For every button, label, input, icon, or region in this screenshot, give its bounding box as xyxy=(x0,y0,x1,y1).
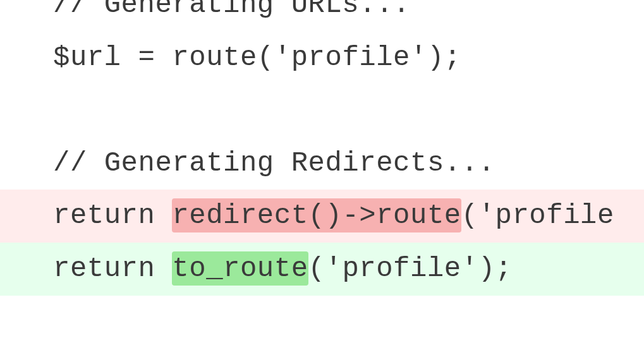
code-text: ( xyxy=(308,253,325,284)
code-text: return xyxy=(53,200,172,231)
code-text: 'profile' xyxy=(325,253,478,284)
code-diff-block: // Generating URLs... $url = route('prof… xyxy=(0,0,644,296)
code-text: ); xyxy=(478,253,513,284)
code-line-comment: // Generating Redirects... xyxy=(0,137,644,190)
code-text: 'profile xyxy=(478,200,614,231)
code-line-blank xyxy=(0,84,644,137)
code-text: 'profile' xyxy=(274,42,427,73)
code-text: return xyxy=(53,253,172,284)
code-line: $url = route('profile'); xyxy=(0,32,644,85)
code-line-comment: // Generating URLs... xyxy=(0,0,644,32)
code-text: $url = route( xyxy=(53,42,274,73)
code-text: // Generating Redirects... xyxy=(53,147,495,179)
code-line-added: return to_route('profile'); xyxy=(0,243,644,296)
code-text: ); xyxy=(427,42,461,73)
diff-highlight-added: to_route xyxy=(172,251,308,286)
code-text: ( xyxy=(461,200,478,231)
code-text: // Generating URLs... xyxy=(53,0,410,20)
code-line-removed: return redirect()->route('profile xyxy=(0,190,644,243)
diff-highlight-removed: redirect()->route xyxy=(172,198,461,232)
